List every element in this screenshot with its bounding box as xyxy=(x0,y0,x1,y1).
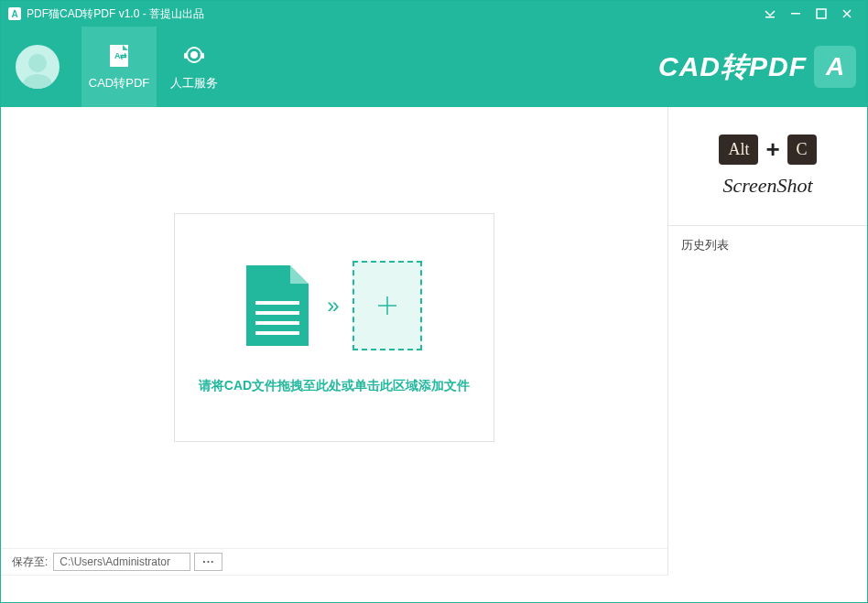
footer-bar: 保存至: C:\Users\Administrator ··· xyxy=(1,548,667,576)
tab-label: CAD转PDF xyxy=(89,75,149,92)
cad-file-icon xyxy=(246,265,309,346)
brand-badge-icon: A xyxy=(814,46,856,88)
brand: CAD转PDF A xyxy=(658,46,856,88)
arrow-right-icon: » xyxy=(327,293,333,318)
maximize-button[interactable] xyxy=(808,1,834,27)
key-alt: Alt xyxy=(719,135,758,165)
drop-illustration: » xyxy=(246,261,421,350)
save-to-label: 保存至: xyxy=(12,555,48,570)
close-button[interactable] xyxy=(834,1,860,27)
main-panel: » 请将CAD文件拖拽至此处或单击此区域添加文件 保存至: C:\Users\A… xyxy=(1,107,667,576)
svg-rect-2 xyxy=(817,9,826,18)
drop-instruction: 请将CAD文件拖拽至此处或单击此区域添加文件 xyxy=(199,378,470,394)
svg-rect-7 xyxy=(184,53,187,59)
tab-cad-to-pdf[interactable]: A⇄ CAD转PDF xyxy=(81,27,157,107)
history-section-title: 历史列表 xyxy=(668,226,867,264)
app-logo-icon: A xyxy=(8,7,21,20)
plus-icon: + xyxy=(765,135,779,164)
svg-rect-1 xyxy=(791,13,800,15)
titlebar: A PDF猫CAD转PDF v1.0 - 菩提山出品 xyxy=(1,1,867,27)
shortcut-keys: Alt + C xyxy=(719,135,816,165)
tab-label: 人工服务 xyxy=(170,75,218,92)
document-convert-icon: A⇄ xyxy=(105,42,133,70)
save-path-input[interactable]: C:\Users\Administrator xyxy=(53,553,190,571)
svg-text:A⇄: A⇄ xyxy=(114,51,128,60)
dropdown-button[interactable] xyxy=(757,1,783,27)
browse-button[interactable]: ··· xyxy=(194,553,222,571)
header: A⇄ CAD转PDF 人工服务 CAD转PDF A xyxy=(1,27,867,107)
brand-text: CAD转PDF xyxy=(658,48,807,86)
sidebar: Alt + C ScreenShot 历史列表 xyxy=(667,107,867,576)
minimize-button[interactable] xyxy=(783,1,808,27)
svg-rect-0 xyxy=(765,16,775,18)
svg-rect-8 xyxy=(201,53,204,59)
tab-manual-service[interactable]: 人工服务 xyxy=(157,27,232,107)
add-file-placeholder-icon xyxy=(353,261,422,350)
support-headset-icon xyxy=(180,42,208,70)
user-avatar[interactable] xyxy=(16,45,60,89)
window-title: PDF猫CAD转PDF v1.0 - 菩提山出品 xyxy=(27,6,204,22)
file-drop-zone[interactable]: » 请将CAD文件拖拽至此处或单击此区域添加文件 xyxy=(174,213,494,442)
key-c: C xyxy=(787,135,817,165)
svg-point-6 xyxy=(190,51,198,59)
promo-label: ScreenShot xyxy=(722,174,812,198)
screenshot-promo[interactable]: Alt + C ScreenShot xyxy=(668,107,867,226)
